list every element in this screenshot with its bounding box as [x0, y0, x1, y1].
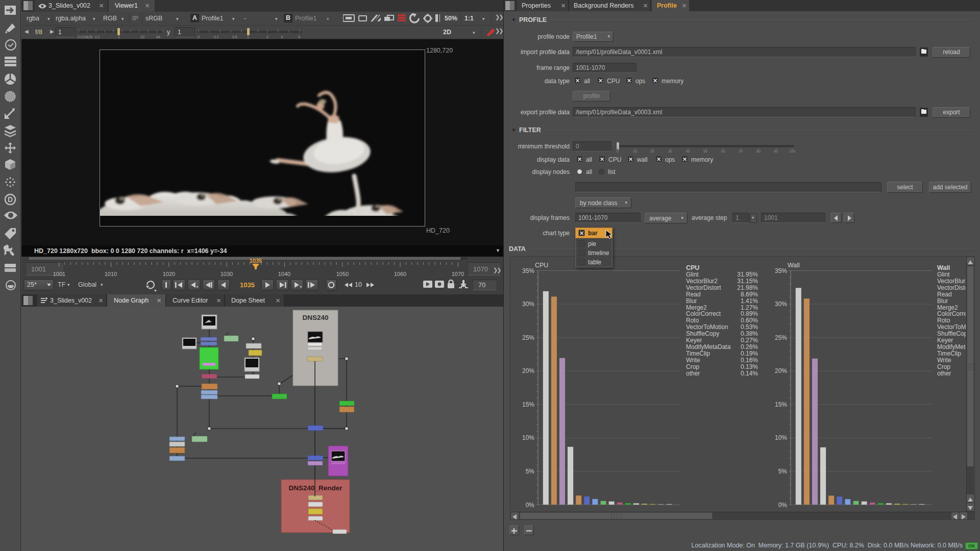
svg-text:0.27%: 0.27% — [741, 337, 758, 344]
svg-text:1040: 1040 — [278, 271, 290, 277]
svg-text:0.60%: 0.60% — [741, 317, 758, 324]
svg-text:VectorDistort: VectorDistort — [686, 284, 721, 291]
svg-text:TimeClip: TimeClip — [686, 350, 710, 357]
svg-text:1035: 1035 — [250, 258, 262, 264]
svg-text:0.53%: 0.53% — [741, 323, 758, 331]
svg-text:31.15%: 31.15% — [737, 278, 758, 285]
svg-text:Roto: Roto — [937, 317, 950, 324]
svg-text:Blur: Blur — [686, 297, 697, 305]
svg-text:1.27%: 1.27% — [741, 304, 758, 311]
svg-text:1070: 1070 — [452, 271, 464, 277]
svg-text:Merge2: Merge2 — [937, 304, 958, 311]
svg-text:ShuffleCopy: ShuffleCopy — [686, 330, 719, 337]
svg-text:Read: Read — [686, 291, 701, 298]
svg-text:5%: 5% — [778, 468, 788, 475]
svg-text:0.16%: 0.16% — [741, 357, 758, 364]
svg-text:80: 80 — [756, 149, 761, 153]
svg-text:0.38%: 0.38% — [741, 330, 758, 337]
svg-text:0.1: 0.1 — [214, 35, 219, 39]
svg-text:DNS240: DNS240 — [302, 314, 328, 321]
svg-text:Write: Write — [937, 357, 951, 364]
svg-text:0.1: 0.1 — [95, 35, 100, 39]
svg-text:2: 2 — [266, 35, 268, 39]
svg-text:Wall: Wall — [937, 264, 950, 271]
svg-text:1280,720: 1280,720 — [426, 47, 453, 54]
svg-text:25%: 25% — [775, 334, 787, 341]
svg-text:8.69%: 8.69% — [741, 291, 758, 298]
svg-text:Keyer: Keyer — [937, 337, 953, 344]
svg-text:90: 90 — [774, 149, 778, 153]
svg-text:0.26%: 0.26% — [741, 343, 758, 350]
svg-text:VectorToMotion: VectorToMotion — [686, 323, 728, 331]
svg-text:100: 100 — [789, 149, 795, 153]
svg-text:0%: 0% — [778, 502, 788, 509]
svg-text:DNS240_Render: DNS240_Render — [288, 484, 342, 492]
svg-text:1: 1 — [118, 35, 120, 39]
svg-text:Keyer: Keyer — [686, 337, 702, 344]
svg-text:10%: 10% — [522, 434, 534, 441]
svg-text:0: 0 — [617, 149, 619, 153]
svg-text:0.13%: 0.13% — [741, 363, 758, 370]
svg-text:40: 40 — [686, 149, 690, 153]
svg-text:3: 3 — [281, 35, 283, 39]
svg-text:35%: 35% — [775, 267, 787, 274]
svg-text:ColorCorrect: ColorCorrect — [686, 310, 721, 317]
svg-text:5%: 5% — [526, 468, 535, 475]
svg-text:Wall: Wall — [788, 262, 800, 269]
svg-text:1: 1 — [247, 35, 249, 39]
svg-text:0.14%: 0.14% — [741, 370, 758, 377]
svg-text:ShuffleCopy: ShuffleCopy — [937, 330, 970, 337]
svg-text:4: 4 — [298, 35, 300, 39]
svg-text:other: other — [686, 370, 700, 377]
svg-text:1.41%: 1.41% — [741, 297, 758, 305]
svg-text:Read: Read — [937, 291, 952, 298]
svg-text:Glint: Glint — [937, 271, 950, 278]
svg-text:0.5: 0.5 — [232, 35, 237, 39]
svg-text:Roto: Roto — [686, 317, 699, 324]
svg-text:10%: 10% — [775, 434, 787, 441]
svg-text:1050: 1050 — [336, 271, 349, 277]
svg-text:1030: 1030 — [220, 271, 233, 277]
svg-text:15%: 15% — [775, 401, 787, 408]
svg-text:other: other — [937, 370, 951, 377]
svg-text:20%: 20% — [522, 367, 534, 374]
svg-text:1020: 1020 — [163, 271, 175, 277]
svg-text:70: 70 — [739, 149, 743, 153]
svg-text:Write: Write — [686, 357, 700, 364]
svg-text:31.95%: 31.95% — [737, 271, 758, 278]
svg-text:CPU: CPU — [686, 264, 699, 271]
svg-text:15%: 15% — [522, 401, 534, 408]
svg-text:HD_720: HD_720 — [426, 227, 450, 234]
svg-text:Blur: Blur — [937, 297, 948, 305]
svg-text:20%: 20% — [775, 367, 787, 374]
svg-text:0%: 0% — [526, 502, 535, 509]
svg-text:10: 10 — [140, 35, 144, 39]
svg-text:Glint: Glint — [686, 271, 699, 278]
svg-text:60: 60 — [721, 149, 725, 153]
svg-text:35%: 35% — [522, 267, 534, 274]
svg-text:30%: 30% — [522, 300, 534, 308]
svg-text:Merge2: Merge2 — [686, 304, 707, 311]
svg-text:1010: 1010 — [105, 271, 117, 277]
svg-text:Crop: Crop — [686, 363, 699, 370]
svg-text:Crop: Crop — [937, 363, 950, 370]
svg-text:21.98%: 21.98% — [737, 284, 758, 291]
svg-text:25%: 25% — [522, 334, 534, 341]
svg-text:CPU: CPU — [535, 262, 548, 269]
svg-text:0.19%: 0.19% — [741, 350, 758, 357]
svg-text:1001: 1001 — [53, 271, 65, 277]
svg-text:ModifyMetaData: ModifyMetaData — [686, 343, 731, 350]
svg-text:30: 30 — [668, 149, 672, 153]
svg-text:VectorBlur2: VectorBlur2 — [937, 278, 969, 285]
svg-text:1060: 1060 — [394, 271, 406, 277]
svg-text:VectorBlur2: VectorBlur2 — [686, 278, 718, 285]
svg-text:0.015625: 0.015625 — [78, 35, 92, 39]
svg-text:50: 50 — [703, 149, 707, 153]
svg-text:0.89%: 0.89% — [741, 310, 758, 317]
svg-text:10: 10 — [633, 149, 637, 153]
svg-text:64: 64 — [156, 35, 160, 39]
svg-text:0: 0 — [198, 35, 200, 39]
svg-text:30%: 30% — [775, 300, 787, 308]
svg-text:TimeClip: TimeClip — [937, 350, 961, 357]
svg-text:20: 20 — [650, 149, 654, 153]
